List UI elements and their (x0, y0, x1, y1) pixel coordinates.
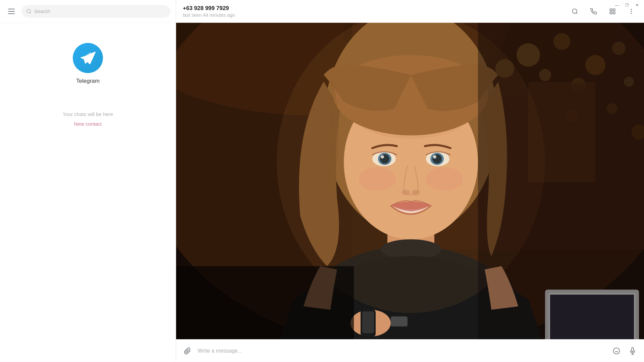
svg-rect-55 (176, 266, 354, 339)
app-container: — ❐ ✕ (0, 0, 644, 362)
attach-button[interactable] (181, 345, 194, 357)
svg-rect-4 (610, 12, 612, 14)
mic-icon (629, 347, 636, 355)
chat-messages-area (176, 23, 644, 339)
sidebar-header (0, 0, 176, 23)
svg-point-57 (613, 348, 620, 354)
minimize-button[interactable]: — (612, 1, 621, 9)
emoji-button[interactable] (610, 345, 623, 357)
new-contact-link[interactable]: New contact (74, 121, 102, 127)
svg-point-8 (631, 13, 632, 14)
chat-panel: +63 928 999 7929 last seen 44 minutes ag… (176, 0, 644, 362)
chat-search-button[interactable] (569, 5, 581, 17)
window-controls: — ❐ ✕ (610, 0, 644, 10)
search-input[interactable] (34, 8, 166, 14)
emoji-icon (613, 347, 620, 355)
call-button[interactable] (588, 5, 600, 17)
profile-photo (176, 23, 644, 339)
mic-button[interactable] (627, 345, 639, 357)
search-bar (21, 5, 170, 18)
telegram-logo-svg (79, 49, 97, 67)
chat-input-bar (176, 339, 644, 362)
telegram-brand-name: Telegram (76, 78, 100, 84)
telegram-logo (73, 43, 103, 73)
svg-point-0 (27, 9, 31, 13)
chat-contact-status: last seen 44 minutes ago (183, 12, 235, 18)
profile-photo-container (176, 23, 644, 339)
chat-header-info: +63 928 999 7929 last seen 44 minutes ag… (183, 5, 235, 18)
sidebar-content: Telegram Your chats will be here New con… (0, 23, 176, 362)
svg-rect-52 (362, 311, 374, 333)
chat-contact-phone: +63 928 999 7929 (183, 5, 235, 12)
call-icon (590, 8, 597, 15)
svg-rect-53 (391, 316, 408, 326)
close-button[interactable]: ✕ (633, 1, 641, 9)
svg-point-1 (573, 9, 577, 13)
svg-rect-5 (613, 12, 615, 14)
message-input[interactable] (198, 348, 606, 354)
search-icon (572, 8, 578, 15)
chats-empty-text: Your chats will be here (63, 111, 113, 117)
svg-point-7 (631, 11, 632, 12)
menu-button[interactable] (5, 5, 17, 17)
search-icon (26, 9, 32, 14)
sidebar: Telegram Your chats will be here New con… (0, 0, 176, 362)
attach-icon (184, 347, 191, 355)
maximize-button[interactable]: ❐ (623, 1, 631, 9)
chat-header: +63 928 999 7929 last seen 44 minutes ag… (176, 0, 644, 23)
svg-rect-56 (478, 23, 644, 339)
